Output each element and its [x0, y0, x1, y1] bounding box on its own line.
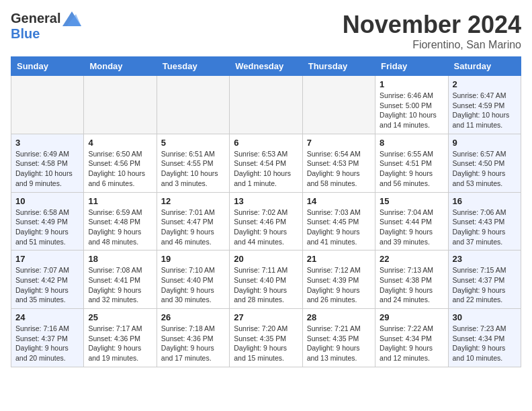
day-number: 1: [380, 79, 443, 89]
col-header-monday: Monday: [84, 57, 157, 76]
day-number: 2: [453, 79, 517, 89]
header: General Blue November 2024 Fiorentino, S…: [11, 11, 521, 51]
day-number: 20: [234, 254, 298, 264]
day-number: 3: [15, 138, 79, 148]
day-number: 19: [161, 254, 225, 264]
cell-info: Sunrise: 7:08 AM Sunset: 4:41 PM Dayligh…: [88, 265, 152, 305]
calendar-cell: 11Sunrise: 6:59 AM Sunset: 4:48 PM Dayli…: [84, 192, 157, 250]
col-header-tuesday: Tuesday: [157, 57, 229, 76]
day-number: 22: [380, 254, 443, 264]
cell-info: Sunrise: 7:02 AM Sunset: 4:46 PM Dayligh…: [234, 208, 298, 247]
logo-icon: [62, 11, 81, 26]
col-header-sunday: Sunday: [11, 57, 84, 76]
day-number: 26: [161, 312, 225, 322]
cell-info: Sunrise: 7:01 AM Sunset: 4:47 PM Dayligh…: [161, 208, 225, 247]
calendar-cell: 25Sunrise: 7:17 AM Sunset: 4:36 PM Dayli…: [84, 309, 157, 367]
calendar-week-row: 24Sunrise: 7:16 AM Sunset: 4:37 PM Dayli…: [11, 309, 521, 367]
day-number: 14: [307, 196, 371, 206]
cell-info: Sunrise: 7:16 AM Sunset: 4:37 PM Dayligh…: [15, 324, 79, 363]
month-title: November 2024: [343, 11, 521, 39]
calendar-cell: 14Sunrise: 7:03 AM Sunset: 4:45 PM Dayli…: [302, 192, 375, 250]
logo-general-text: General: [11, 11, 60, 26]
title-area: November 2024 Fiorentino, San Marino: [343, 11, 521, 51]
calendar-cell: [84, 76, 157, 134]
cell-info: Sunrise: 7:17 AM Sunset: 4:36 PM Dayligh…: [88, 324, 152, 363]
cell-info: Sunrise: 6:54 AM Sunset: 4:53 PM Dayligh…: [307, 149, 371, 189]
location: Fiorentino, San Marino: [343, 39, 521, 51]
cell-info: Sunrise: 7:13 AM Sunset: 4:38 PM Dayligh…: [380, 265, 443, 305]
calendar-cell: 24Sunrise: 7:16 AM Sunset: 4:37 PM Dayli…: [11, 309, 84, 367]
cell-info: Sunrise: 7:12 AM Sunset: 4:39 PM Dayligh…: [307, 265, 371, 305]
cell-info: Sunrise: 6:51 AM Sunset: 4:55 PM Dayligh…: [161, 149, 225, 189]
day-number: 8: [380, 138, 443, 148]
calendar-cell: 15Sunrise: 7:04 AM Sunset: 4:44 PM Dayli…: [375, 192, 448, 250]
day-number: 30: [453, 312, 517, 322]
calendar-cell: 2Sunrise: 6:47 AM Sunset: 4:59 PM Daylig…: [448, 76, 521, 134]
cell-info: Sunrise: 7:03 AM Sunset: 4:45 PM Dayligh…: [307, 208, 371, 247]
col-header-friday: Friday: [375, 57, 448, 76]
cell-info: Sunrise: 6:53 AM Sunset: 4:54 PM Dayligh…: [234, 149, 298, 189]
cell-info: Sunrise: 7:06 AM Sunset: 4:43 PM Dayligh…: [453, 208, 517, 247]
calendar-cell: 21Sunrise: 7:12 AM Sunset: 4:39 PM Dayli…: [302, 250, 375, 309]
calendar-cell: 12Sunrise: 7:01 AM Sunset: 4:47 PM Dayli…: [157, 192, 229, 250]
cell-info: Sunrise: 6:55 AM Sunset: 4:51 PM Dayligh…: [380, 149, 443, 189]
day-number: 4: [88, 138, 152, 148]
calendar-cell: 20Sunrise: 7:11 AM Sunset: 4:40 PM Dayli…: [230, 250, 302, 309]
logo-blue-text: Blue: [11, 26, 40, 42]
calendar-cell: 17Sunrise: 7:07 AM Sunset: 4:42 PM Dayli…: [11, 250, 84, 309]
day-number: 10: [15, 196, 79, 206]
day-number: 29: [380, 312, 443, 322]
calendar-cell: [230, 76, 302, 134]
calendar-cell: 4Sunrise: 6:50 AM Sunset: 4:56 PM Daylig…: [84, 134, 157, 192]
cell-info: Sunrise: 7:10 AM Sunset: 4:40 PM Dayligh…: [161, 265, 225, 305]
day-number: 28: [307, 312, 371, 322]
cell-info: Sunrise: 6:49 AM Sunset: 4:58 PM Dayligh…: [15, 149, 79, 189]
col-header-saturday: Saturday: [448, 57, 521, 76]
calendar-cell: 18Sunrise: 7:08 AM Sunset: 4:41 PM Dayli…: [84, 250, 157, 309]
calendar-cell: 1Sunrise: 6:46 AM Sunset: 5:00 PM Daylig…: [375, 76, 448, 134]
calendar-cell: 19Sunrise: 7:10 AM Sunset: 4:40 PM Dayli…: [157, 250, 229, 309]
calendar-cell: 29Sunrise: 7:22 AM Sunset: 4:34 PM Dayli…: [375, 309, 448, 367]
calendar-cell: 8Sunrise: 6:55 AM Sunset: 4:51 PM Daylig…: [375, 134, 448, 192]
day-number: 27: [234, 312, 298, 322]
day-number: 13: [234, 196, 298, 206]
day-number: 15: [380, 196, 443, 206]
day-number: 5: [161, 138, 225, 148]
day-number: 7: [307, 138, 371, 148]
day-number: 9: [453, 138, 517, 148]
cell-info: Sunrise: 6:57 AM Sunset: 4:50 PM Dayligh…: [453, 149, 517, 189]
col-header-wednesday: Wednesday: [230, 57, 302, 76]
calendar-header-row: SundayMondayTuesdayWednesdayThursdayFrid…: [11, 57, 521, 76]
cell-info: Sunrise: 6:46 AM Sunset: 5:00 PM Dayligh…: [380, 91, 443, 130]
calendar-week-row: 1Sunrise: 6:46 AM Sunset: 5:00 PM Daylig…: [11, 76, 521, 134]
calendar-cell: [157, 76, 229, 134]
calendar-week-row: 17Sunrise: 7:07 AM Sunset: 4:42 PM Dayli…: [11, 250, 521, 309]
day-number: 17: [15, 254, 79, 264]
day-number: 23: [453, 254, 517, 264]
day-number: 25: [88, 312, 152, 322]
cell-info: Sunrise: 6:50 AM Sunset: 4:56 PM Dayligh…: [88, 149, 152, 189]
day-number: 11: [88, 196, 152, 206]
calendar-table: SundayMondayTuesdayWednesdayThursdayFrid…: [11, 56, 521, 367]
day-number: 21: [307, 254, 371, 264]
calendar-week-row: 10Sunrise: 6:58 AM Sunset: 4:49 PM Dayli…: [11, 192, 521, 250]
day-number: 16: [453, 196, 517, 206]
calendar-cell: 10Sunrise: 6:58 AM Sunset: 4:49 PM Dayli…: [11, 192, 84, 250]
calendar-cell: 30Sunrise: 7:23 AM Sunset: 4:34 PM Dayli…: [448, 309, 521, 367]
calendar-cell: 16Sunrise: 7:06 AM Sunset: 4:43 PM Dayli…: [448, 192, 521, 250]
calendar-cell: [11, 76, 84, 134]
calendar-cell: 22Sunrise: 7:13 AM Sunset: 4:38 PM Dayli…: [375, 250, 448, 309]
calendar-cell: 27Sunrise: 7:20 AM Sunset: 4:35 PM Dayli…: [230, 309, 302, 367]
calendar-week-row: 3Sunrise: 6:49 AM Sunset: 4:58 PM Daylig…: [11, 134, 521, 192]
calendar-cell: 26Sunrise: 7:18 AM Sunset: 4:36 PM Dayli…: [157, 309, 229, 367]
cell-info: Sunrise: 7:04 AM Sunset: 4:44 PM Dayligh…: [380, 208, 443, 247]
cell-info: Sunrise: 7:21 AM Sunset: 4:35 PM Dayligh…: [307, 324, 371, 363]
day-number: 12: [161, 196, 225, 206]
cell-info: Sunrise: 7:07 AM Sunset: 4:42 PM Dayligh…: [15, 265, 79, 305]
calendar-cell: 7Sunrise: 6:54 AM Sunset: 4:53 PM Daylig…: [302, 134, 375, 192]
cell-info: Sunrise: 7:11 AM Sunset: 4:40 PM Dayligh…: [234, 265, 298, 305]
cell-info: Sunrise: 7:20 AM Sunset: 4:35 PM Dayligh…: [234, 324, 298, 363]
calendar-cell: 9Sunrise: 6:57 AM Sunset: 4:50 PM Daylig…: [448, 134, 521, 192]
day-number: 24: [15, 312, 79, 322]
calendar-cell: 13Sunrise: 7:02 AM Sunset: 4:46 PM Dayli…: [230, 192, 302, 250]
